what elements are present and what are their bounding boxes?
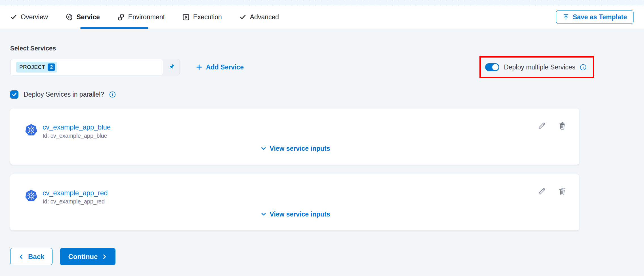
service-name-link[interactable]: cv_example_app_red (43, 189, 108, 197)
chevron-down-icon (260, 145, 267, 152)
view-service-inputs-button[interactable]: View service inputs (25, 211, 566, 218)
tab-execution[interactable]: Execution (182, 13, 222, 21)
service-card: cv_example_app_red Id: cv_example_app_re… (10, 174, 579, 230)
info-icon[interactable] (109, 91, 116, 98)
service-text-block: cv_example_app_blue Id: cv_example_app_b… (43, 123, 111, 139)
annotation-highlight-box: Deploy multiple Services (479, 56, 594, 78)
delete-service-icon[interactable] (558, 121, 567, 130)
service-text-block: cv_example_app_red Id: cv_example_app_re… (43, 189, 108, 205)
select-services-label: Select Services (10, 45, 634, 52)
plus-icon (196, 64, 203, 71)
back-button[interactable]: Back (10, 248, 52, 265)
tab-advanced[interactable]: Advanced (239, 13, 279, 21)
pipeline-canvas-strip (0, 0, 644, 5)
service-id: Id: cv_example_app_blue (43, 133, 111, 139)
select-services-input[interactable]: PROJECT 2 (10, 59, 180, 75)
pin-icon (167, 63, 175, 71)
service-card-header: cv_example_app_blue Id: cv_example_app_b… (25, 123, 566, 139)
kubernetes-icon (25, 190, 37, 202)
project-services-chip[interactable]: PROJECT 2 (16, 62, 57, 73)
service-name-link[interactable]: cv_example_app_blue (43, 123, 111, 131)
service-card-actions (537, 121, 567, 130)
service-card-header: cv_example_app_red Id: cv_example_app_re… (25, 189, 566, 205)
toggle-knob (492, 64, 498, 70)
tab-label: Service (77, 13, 100, 21)
service-card: cv_example_app_blue Id: cv_example_app_b… (10, 109, 579, 165)
back-label: Back (28, 253, 44, 261)
deploy-multiple-services-label: Deploy multiple Services (504, 63, 575, 71)
delete-service-icon[interactable] (558, 187, 567, 196)
stage-tab-bar: Overview Service Environment (0, 5, 644, 29)
add-service-button[interactable]: Add Service (196, 63, 244, 71)
tab-service[interactable]: Service (66, 13, 100, 21)
deploy-parallel-checkbox[interactable] (10, 90, 18, 99)
continue-label: Continue (68, 253, 98, 261)
upload-icon (563, 14, 569, 20)
view-service-inputs-label: View service inputs (270, 211, 330, 218)
view-service-inputs-label: View service inputs (270, 145, 330, 152)
active-tab-underline (80, 27, 148, 29)
play-square-icon (182, 14, 190, 21)
deploy-multiple-services-toggle[interactable] (485, 63, 499, 71)
tab-label: Environment (128, 13, 165, 21)
tab-label: Advanced (250, 13, 279, 21)
service-selection-row: PROJECT 2 (10, 56, 634, 78)
add-service-label: Add Service (206, 63, 244, 71)
service-card-actions (537, 187, 567, 196)
tab-label: Overview (21, 13, 48, 21)
pin-button[interactable] (163, 59, 180, 75)
selected-services-area[interactable]: PROJECT 2 (10, 59, 163, 75)
deploy-parallel-row: Deploy Services in parallel? (10, 90, 634, 99)
info-icon[interactable] (580, 64, 586, 71)
edit-service-icon[interactable] (537, 121, 546, 130)
deploy-parallel-label: Deploy Services in parallel? (24, 91, 104, 98)
gear-icon (66, 13, 73, 21)
chip-label: PROJECT (19, 64, 45, 70)
continue-button[interactable]: Continue (60, 248, 115, 265)
chip-count-badge: 2 (47, 63, 55, 71)
stage-service-config-page: Overview Service Environment (0, 0, 644, 276)
save-as-template-button[interactable]: Save as Template (556, 10, 634, 24)
kubernetes-icon (25, 124, 37, 136)
chevron-left-icon (18, 254, 24, 260)
check-icon (239, 14, 246, 20)
check-icon (10, 14, 17, 20)
service-tab-content: Select Services PROJECT 2 (0, 29, 644, 274)
tab-label: Execution (193, 13, 222, 21)
chevron-down-icon (260, 211, 267, 217)
wizard-footer: Back Continue (10, 248, 634, 274)
hexagons-icon (117, 14, 125, 21)
save-as-template-label: Save as Template (573, 13, 627, 21)
tab-environment[interactable]: Environment (117, 13, 165, 21)
tab-overview[interactable]: Overview (10, 13, 48, 21)
service-id: Id: cv_example_app_red (43, 198, 108, 205)
view-service-inputs-button[interactable]: View service inputs (25, 145, 566, 152)
chevron-right-icon (102, 254, 107, 260)
edit-service-icon[interactable] (537, 187, 546, 196)
